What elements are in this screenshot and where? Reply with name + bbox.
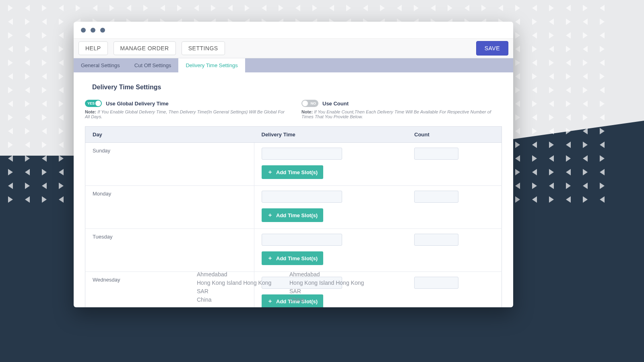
- global-delivery-note: Note: If You Enable Global Delivery Time…: [85, 109, 285, 119]
- use-global-delivery-toggle[interactable]: YES: [85, 100, 102, 107]
- window-dot: [100, 28, 105, 33]
- address-line: Ahmedabad: [197, 270, 277, 279]
- address-line: China: [197, 296, 277, 304]
- count-cell: [407, 143, 502, 186]
- address-col: Ahmedabad Hong Kong Island Hong Kong SAR…: [289, 270, 370, 304]
- address-line: Hong Kong Island Hong Kong SAR: [197, 279, 277, 296]
- settings-button[interactable]: SETTINGS: [182, 41, 225, 55]
- toggle-on-label: YES: [87, 101, 95, 105]
- toolbar: HELP MANAGE ORDER SETTINGS SAVE: [74, 39, 513, 58]
- count-cell: [407, 229, 502, 272]
- col-delivery-time: Delivery Time: [254, 127, 407, 143]
- window-dot: [81, 28, 86, 33]
- day-cell: Monday: [85, 186, 254, 229]
- delivery-cell: ＋Add Time Slot(s): [254, 143, 407, 186]
- plus-icon: ＋: [267, 212, 273, 219]
- day-cell: Tuesday: [85, 229, 254, 272]
- count-input[interactable]: [414, 277, 458, 289]
- table-row: Monday＋Add Time Slot(s): [85, 186, 502, 229]
- count-cell: [407, 186, 502, 229]
- use-global-delivery-label: Use Global Delivery Time: [106, 101, 169, 107]
- delivery-time-input[interactable]: [262, 234, 342, 246]
- table-row: Sunday＋Add Time Slot(s): [85, 143, 502, 186]
- address-line: China: [289, 296, 370, 304]
- count-input[interactable]: [414, 191, 458, 203]
- window-titlebar: [74, 22, 513, 39]
- add-time-slot-label: Add Time Slot(s): [276, 212, 318, 218]
- toggle-knob: [302, 101, 308, 106]
- day-cell: Sunday: [85, 143, 254, 186]
- tab-general-settings[interactable]: General Settings: [74, 58, 127, 72]
- footer-address: Ahmedabad Hong Kong Island Hong Kong SAR…: [197, 270, 370, 304]
- window-dot: [91, 28, 95, 33]
- add-time-slot-label: Add Time Slot(s): [276, 255, 318, 261]
- use-count-note: Note: If You Enable Count,Then Each Deli…: [301, 109, 502, 119]
- tab-delivery-time-settings[interactable]: Delivery Time Settings: [178, 58, 245, 72]
- delivery-cell: ＋Add Time Slot(s): [254, 186, 407, 229]
- section-title: Delivery Time Settings: [92, 84, 502, 91]
- settings-tabs: General Settings Cut Off Settings Delive…: [74, 58, 513, 72]
- plus-icon: ＋: [267, 169, 273, 176]
- use-count-label: Use Count: [322, 101, 349, 107]
- count-input[interactable]: [414, 148, 458, 160]
- use-count-block: NO Use Count Note: If You Enable Count,T…: [301, 100, 502, 119]
- address-col: Ahmedabad Hong Kong Island Hong Kong SAR…: [197, 270, 277, 304]
- manage-order-button[interactable]: MANAGE ORDER: [114, 41, 176, 55]
- tab-cutoff-settings[interactable]: Cut Off Settings: [127, 58, 179, 72]
- toggle-off-label: NO: [311, 101, 316, 105]
- add-time-slot-label: Add Time Slot(s): [276, 169, 318, 175]
- app-window: HELP MANAGE ORDER SETTINGS SAVE General …: [74, 22, 513, 307]
- count-cell: [407, 272, 502, 308]
- add-time-slot-button[interactable]: ＋Add Time Slot(s): [262, 165, 323, 179]
- address-line: Ahmedabad: [289, 270, 370, 279]
- use-count-toggle[interactable]: NO: [301, 100, 318, 107]
- col-count: Count: [407, 127, 502, 143]
- address-line: Hong Kong Island Hong Kong SAR: [289, 279, 370, 296]
- delivery-cell: ＋Add Time Slot(s): [254, 229, 407, 272]
- global-delivery-block: YES Use Global Delivery Time Note: If Yo…: [85, 100, 285, 119]
- help-button[interactable]: HELP: [78, 41, 108, 55]
- add-time-slot-button[interactable]: ＋Add Time Slot(s): [262, 208, 323, 222]
- plus-icon: ＋: [267, 255, 273, 262]
- count-input[interactable]: [414, 234, 458, 246]
- save-button[interactable]: SAVE: [476, 41, 508, 56]
- delivery-time-input[interactable]: [262, 191, 342, 203]
- col-day: Day: [85, 127, 254, 143]
- table-row: Tuesday＋Add Time Slot(s): [85, 229, 502, 272]
- toggle-row: YES Use Global Delivery Time Note: If Yo…: [85, 100, 502, 119]
- toggle-knob: [95, 101, 101, 106]
- delivery-time-input[interactable]: [262, 148, 342, 160]
- add-time-slot-button[interactable]: ＋Add Time Slot(s): [262, 251, 323, 265]
